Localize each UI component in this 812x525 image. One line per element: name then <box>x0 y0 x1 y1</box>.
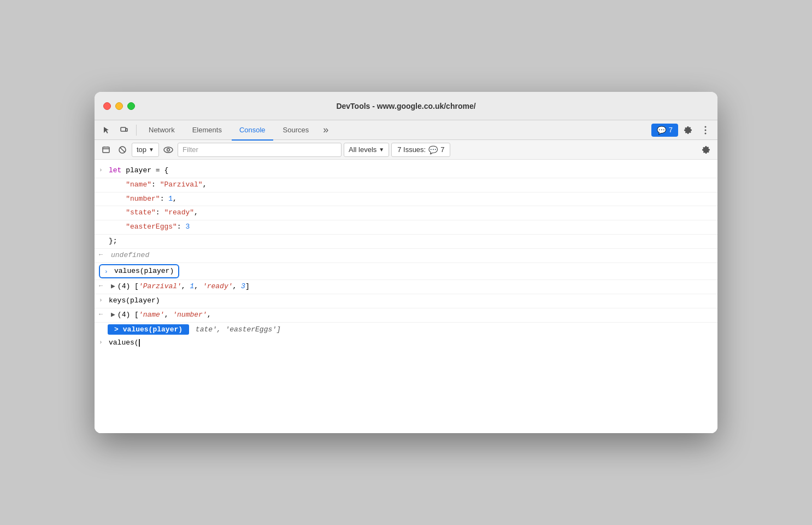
svg-rect-0 <box>121 127 126 131</box>
badge-count: 7 <box>669 126 673 134</box>
context-dropdown-icon: ▼ <box>149 147 154 153</box>
cursor-select-icon[interactable] <box>99 122 114 138</box>
expand-arrow-icon[interactable]: › <box>99 167 105 173</box>
autocomplete-row[interactable]: > values(player) tate', 'easterEggs'] <box>95 323 717 336</box>
svg-point-3 <box>705 129 707 131</box>
tab-sources[interactable]: Sources <box>275 121 317 141</box>
suggestion-text: values(player) <box>123 325 183 334</box>
table-row: ← ▶(4) ['Parzival', 1, 'ready', 3] <box>95 280 717 294</box>
tab-network[interactable]: Network <box>141 121 183 141</box>
context-label: top <box>137 145 146 154</box>
text-cursor <box>139 339 140 347</box>
array-expand-icon[interactable]: ▶ <box>111 311 115 319</box>
tab-more[interactable]: » <box>319 121 333 141</box>
more-options-icon[interactable] <box>698 122 713 138</box>
tab-divider <box>136 125 137 136</box>
window-title: DevTools - www.google.co.uk/chrome/ <box>336 102 475 110</box>
svg-point-7 <box>164 147 173 153</box>
svg-point-2 <box>705 126 707 127</box>
code-line: ▶(4) ['Parzival', 1, 'ready', 3] <box>111 281 713 293</box>
issues-badge-icon: 💬 <box>428 145 438 154</box>
code-line: keys(player) <box>109 295 713 307</box>
code-line: › values(player) <box>99 264 713 279</box>
issues-label: 7 Issues: <box>397 145 426 154</box>
issues-icon: 💬 <box>657 126 666 135</box>
output-indicator: ← <box>99 251 108 259</box>
suggestion-continuation: tate', 'easterEggs'] <box>191 325 281 334</box>
tab-elements[interactable]: Elements <box>185 121 230 141</box>
titlebar: DevTools - www.google.co.uk/chrome/ <box>95 92 717 120</box>
context-selector[interactable]: top ▼ <box>132 143 159 157</box>
code-line: let player = { <box>109 165 713 177</box>
code-line: values( <box>109 337 713 349</box>
highlight-box: › values(player) <box>99 264 179 279</box>
minimize-button[interactable] <box>115 102 123 110</box>
tab-console[interactable]: Console <box>232 121 273 141</box>
device-toggle-icon[interactable] <box>116 122 132 138</box>
console-toolbar: top ▼ All levels ▼ 7 Issues: 💬 7 <box>95 140 717 160</box>
output-indicator: ← <box>99 282 108 290</box>
table-row: › let player = { <box>95 164 717 178</box>
autocomplete-suggestion[interactable]: > values(player) <box>108 324 189 335</box>
log-levels-selector[interactable]: All levels ▼ <box>344 143 389 157</box>
expand-arrow-icon[interactable]: › <box>99 297 105 304</box>
maximize-button[interactable] <box>127 102 135 110</box>
svg-rect-5 <box>103 147 109 153</box>
settings-gear-icon[interactable] <box>680 122 696 138</box>
close-button[interactable] <box>103 102 111 110</box>
levels-dropdown-icon: ▼ <box>379 147 384 153</box>
svg-point-4 <box>705 132 707 134</box>
console-settings-icon[interactable] <box>699 143 713 157</box>
block-errors-icon[interactable] <box>115 143 130 157</box>
code-line: "name": "Parzival", <box>109 179 713 191</box>
table-row: › keys(player) <box>95 294 717 308</box>
table-row: ← ▶(4) ['name', 'number', <box>95 308 717 323</box>
table-row: "number": 1, <box>95 192 717 207</box>
issues-count: 7 <box>440 145 444 154</box>
table-row: "state": "ready", <box>95 206 717 220</box>
devtools-window: DevTools - www.google.co.uk/chrome/ Netw… <box>95 92 717 433</box>
output-indicator: ← <box>99 311 108 318</box>
table-row: "name": "Parzival", <box>95 178 717 192</box>
devtools-panel: Network Elements Console Sources » 💬 7 <box>95 120 717 433</box>
svg-point-8 <box>167 148 169 151</box>
code-line: }; <box>109 236 713 247</box>
code-line: "number": 1, <box>109 194 713 205</box>
suggestion-prompt: > <box>114 325 119 334</box>
array-expand-icon[interactable]: ▶ <box>111 282 115 290</box>
autocomplete-container: ← ▶(4) ['name', 'number', > values(playe… <box>95 308 717 336</box>
table-row: › values( <box>95 336 717 350</box>
code-line: "easterEggs": 3 <box>109 221 713 233</box>
code-line: "state": "ready", <box>109 207 713 219</box>
filter-input[interactable] <box>178 143 342 157</box>
expand-arrow-icon[interactable]: › <box>99 339 105 346</box>
eye-icon[interactable] <box>161 143 175 157</box>
table-row: › values(player) <box>95 263 717 281</box>
traffic-lights <box>103 102 135 110</box>
table-row: "easterEggs": 3 <box>95 220 717 235</box>
code-line: undefined <box>111 250 713 261</box>
issues-button[interactable]: 7 Issues: 💬 7 <box>391 143 450 157</box>
code-line: ▶(4) ['name', 'number', <box>111 310 713 321</box>
tabbar: Network Elements Console Sources » 💬 7 <box>95 120 717 140</box>
svg-rect-1 <box>126 129 127 131</box>
expand-icon[interactable]: › <box>104 267 111 277</box>
console-output[interactable]: › let player = { "name": "Parzival", "nu… <box>95 160 717 433</box>
levels-label: All levels <box>349 145 376 154</box>
clear-console-icon[interactable] <box>99 143 113 157</box>
table-row: ← undefined <box>95 249 717 263</box>
issues-badge-button[interactable]: 💬 7 <box>651 124 678 137</box>
table-row: }; <box>95 235 717 249</box>
